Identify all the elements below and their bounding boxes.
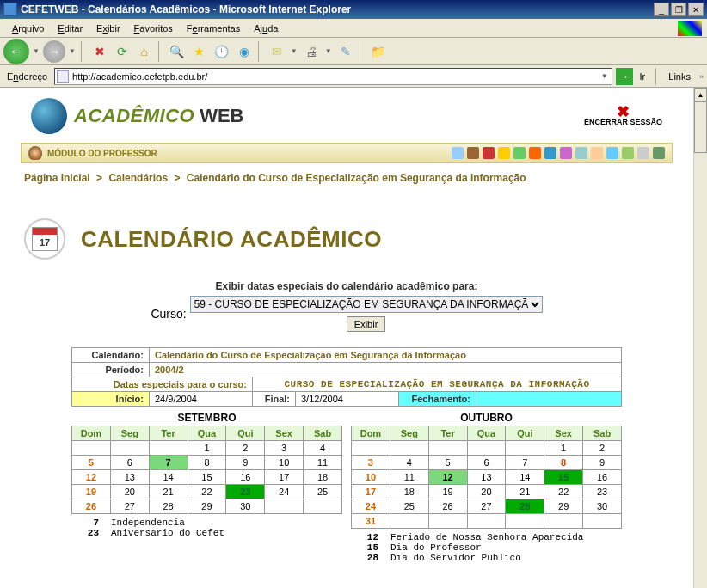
cal-label: Calendário: [72,348,150,363]
tool-icon-11[interactable] [606,147,618,159]
month-setembro: SETEMBRO Dom Seg Ter Qua Qui Sex Sab 123… [71,410,342,563]
calendar-icon: 17 [24,218,65,260]
menubar: Arquivo Editar Exibir Favoritos Ferramen… [0,19,707,38]
tool-icon-3[interactable] [483,147,495,159]
tool-icon-1[interactable] [452,147,464,159]
fech-value [476,392,622,407]
events-oct: 12Feriado de Nossa Senhora Aparecida 15D… [351,532,622,563]
go-label: Ir [636,71,649,82]
tool-icon-5[interactable] [513,147,526,159]
final-label: Final: [253,392,296,407]
ie-icon [3,3,17,16]
media-button[interactable]: ◉ [234,41,255,62]
per-label: Período: [72,363,150,377]
tool-icon-10[interactable] [591,147,603,159]
filter-label: Exibir datas especiais do calendário aca… [21,280,673,292]
page-viewport: ▲ ▼ ACADÊMICO WEB ✖ ENCERRAR SESSÃO MÓDU… [0,88,707,588]
links-chevron[interactable]: » [699,72,704,81]
month-name-sep: SETEMBRO [71,410,342,426]
address-label: Endereço [3,71,51,82]
page-icon [57,70,69,83]
crumb-current: Calendário do Curso de Especialização em… [187,172,526,184]
window-title: CEFETWEB - Calendários Acadêmicos - Micr… [21,3,652,15]
print-dropdown[interactable]: ▼ [323,47,334,55]
inicio-label: Início: [72,392,150,407]
events-sep: 7Independencia 23Aniversario do Cefet [71,518,342,538]
home-button[interactable]: ⌂ [134,41,155,62]
menu-favoritos[interactable]: Favoritos [127,21,180,35]
crumb-calendars[interactable]: Calendários [108,172,168,184]
folder-button[interactable]: 📁 [368,41,389,62]
history-button[interactable]: 🕒 [212,41,232,62]
window-titlebar: CEFETWEB - Calendários Acadêmicos - Micr… [0,0,707,19]
spec-course: CURSO DE ESPECIALIZAÇÃO EM SEGURANÇA DA … [253,377,622,392]
back-dropdown[interactable]: ▼ [31,47,41,55]
refresh-button[interactable]: ⟳ [112,41,132,62]
links-button[interactable]: Links [663,71,696,82]
edit-button[interactable]: ✎ [335,41,356,62]
scroll-thumb[interactable] [694,101,707,153]
print-button[interactable]: 🖨 [301,41,322,62]
professor-icon [28,146,42,160]
url-input[interactable] [72,70,599,83]
tool-icon-9[interactable] [575,147,587,159]
month-name-oct: OUTUBRO [351,410,622,426]
close-icon: ✖ [584,106,662,118]
mail-button[interactable]: ✉ [267,41,287,62]
back-button[interactable]: ← [3,39,29,64]
vertical-scrollbar[interactable]: ▲ ▼ [693,88,707,588]
brand-part1: ACADÊMICO [74,105,194,127]
spec-label: Datas especiais para o curso: [72,377,253,392]
curso-select[interactable]: 59 - CURSO DE ESPECIALIZAÇÃO EM SEGURANÇ… [190,296,543,313]
brand-part2: WEB [200,105,243,127]
per-value: 2004/2 [150,363,622,377]
curso-label: Curso: [151,307,186,321]
globe-icon [31,98,67,134]
page-title: CALENDÁRIO ACADÊMICO [81,226,382,253]
tool-icon-4[interactable] [498,147,510,159]
exibir-button[interactable]: Exibir [347,316,386,332]
module-bar: MÓDULO DO PROFESSOR [21,143,673,163]
forward-button[interactable]: → [43,40,65,63]
fech-label: Fechamento: [399,392,476,407]
toolbar: ←▼ →▼ ✖ ⟳ ⌂ 🔍 ★ 🕒 ◉ ✉▼ 🖨▼ ✎ 📁 [0,38,707,65]
tool-icon-6[interactable] [529,147,541,159]
module-toolbar [452,147,665,159]
module-label: MÓDULO DO PROFESSOR [47,149,452,158]
filter-form: Exibir datas especiais do calendário aca… [21,280,673,332]
month-grid-oct: Dom Seg Ter Qua Qui Sex Sab 12 3456789 1… [351,426,622,529]
menu-exibir[interactable]: Exibir [89,21,127,35]
close-button[interactable]: ✕ [688,3,704,16]
logout-button[interactable]: ✖ ENCERRAR SESSÃO [584,106,662,126]
tool-icon-2[interactable] [467,147,479,159]
brand-logo[interactable]: ACADÊMICO WEB [31,98,584,134]
menu-ajuda[interactable]: Ajuda [247,21,285,35]
favorites-button[interactable]: ★ [189,41,210,62]
calendar-info-table: Calendário: Calendário do Curso de Espec… [71,347,622,407]
go-button[interactable]: → [616,68,633,85]
mail-dropdown[interactable]: ▼ [289,47,299,55]
breadcrumb: Página Inicial > Calendários > Calendári… [21,163,673,193]
month-outubro: OUTUBRO Dom Seg Ter Qua Qui Sex Sab 12 3… [351,410,622,563]
tool-icon-8[interactable] [560,147,572,159]
tool-icon-7[interactable] [544,147,556,159]
tool-icon-14[interactable] [653,147,665,159]
crumb-home[interactable]: Página Inicial [24,172,90,184]
search-button[interactable]: 🔍 [167,41,188,62]
menu-ferramentas[interactable]: Ferramentas [180,21,247,35]
address-bar: Endereço ▼ → Ir Links » [0,65,707,88]
tool-icon-13[interactable] [637,147,649,159]
forward-dropdown[interactable]: ▼ [67,47,77,55]
scroll-up-button[interactable]: ▲ [694,88,707,101]
url-dropdown[interactable]: ▼ [599,72,610,80]
menu-editar[interactable]: Editar [51,21,89,35]
tool-icon-12[interactable] [622,147,634,159]
cal-value: Calendário do Curso de Especialização em… [150,348,622,363]
minimize-button[interactable]: _ [654,3,669,16]
url-field-wrap[interactable]: ▼ [54,68,612,85]
stop-button[interactable]: ✖ [89,41,110,62]
final-value: 3/12/2004 [296,392,399,407]
month-grid-sep: Dom Seg Ter Qua Qui Sex Sab 1234 5678910… [71,426,342,514]
menu-arquivo[interactable]: Arquivo [5,21,51,35]
maximize-button[interactable]: ❐ [671,3,686,16]
